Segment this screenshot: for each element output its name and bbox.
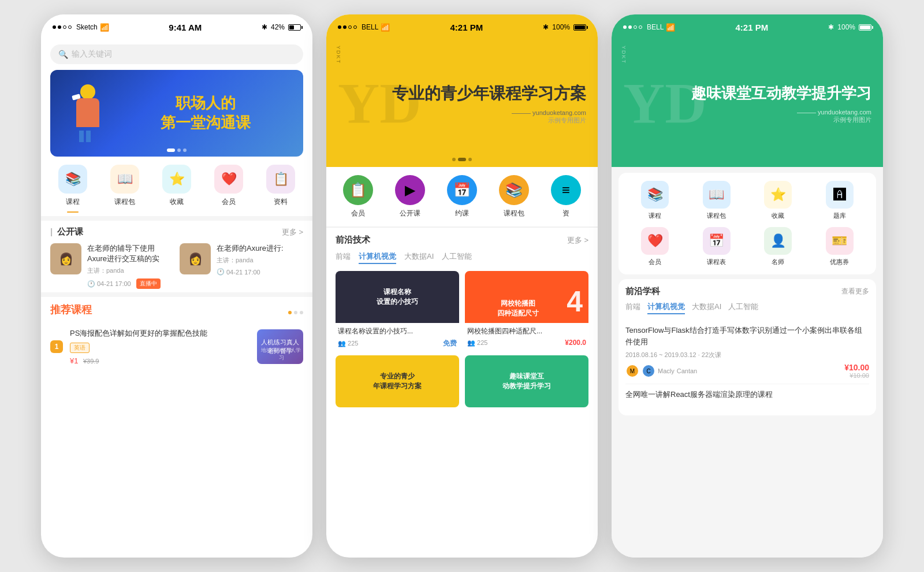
tech-more[interactable]: 更多 > xyxy=(567,235,588,246)
banner-dot-3 xyxy=(183,148,187,152)
course-thumb-title-3: 专业的青少年课程学习方案 xyxy=(373,372,422,391)
battery-icon-2 xyxy=(573,24,586,31)
card-info-2: 在老师的Axure进行: 主讲：panda 🕐 04-21 17:00 xyxy=(217,243,303,276)
cat2-pkg-icon: 📚 xyxy=(499,175,529,205)
phone-1: Sketch 📶 9:41 AM ✱ 42% 🔍 输入关键词 xyxy=(41,14,312,558)
dot4 xyxy=(68,25,72,29)
cat2-res-icon: ≡ xyxy=(551,175,581,205)
cutting-more[interactable]: 查看更多 xyxy=(841,287,869,296)
rec-card[interactable]: 1 PS海报配色详解如何更好的掌握配色技能 英语 ¥1 ¥39.9 人机练习真人… xyxy=(50,328,303,365)
cat2-pkg-label: 课程包 xyxy=(504,209,524,218)
cat3-member-label: 会员 xyxy=(649,258,661,266)
bluetooth-icon-2: ✱ xyxy=(543,23,549,31)
cat2-open[interactable]: ▶ 公开课 xyxy=(395,175,425,218)
carrier-1: Sketch xyxy=(76,23,98,31)
clock-icon-2: 🕐 xyxy=(217,268,225,276)
cat2-member[interactable]: 📋 会员 xyxy=(343,175,373,218)
course-views-2: 👥 225 xyxy=(467,339,487,347)
cat3-quiz-label: 题库 xyxy=(833,211,846,220)
carrier-3: BELL xyxy=(647,23,664,31)
banner3-ydkt: YDKT xyxy=(621,46,627,64)
course-thumb-1[interactable]: 课程名称设置的小技巧 课程名称设置的小技巧... 👥 225 免费 xyxy=(336,271,459,350)
tech-section-header: 前沿技术 更多 > xyxy=(336,235,588,246)
course-thumb-2[interactable]: 网校轮播图四种适配尺寸 4 网校轮播图四种适配尺... 👥 225 ¥200.0 xyxy=(465,271,588,350)
cat2-book[interactable]: 📅 约课 xyxy=(447,175,477,218)
course3-avatars-1: M C Macly Cantan xyxy=(625,364,697,378)
course-thumb-img-1: 课程名称设置的小技巧 xyxy=(336,271,459,323)
public-course-section: | 公开课 更多 > 👩 在老师的辅导下使用Axure进行交互稿的实 主讲：pa… xyxy=(41,221,312,292)
cat-package-label: 课程包 xyxy=(114,197,135,207)
tab-cv[interactable]: 计算机视觉 xyxy=(359,251,396,264)
card-title-2: 在老师的Axure进行: xyxy=(217,243,303,254)
cat3-member[interactable]: ❤️ 会员 xyxy=(641,227,669,266)
card-time-1: 🕐 04-21 17:00 直播中 xyxy=(87,278,174,289)
course-card-1[interactable]: 👩 在老师的辅导下使用Axure进行交互稿的实 主讲：panda 🕐 04-21… xyxy=(50,243,174,289)
search-placeholder: 输入关键词 xyxy=(72,49,112,60)
cat3-coupon[interactable]: 🎫 优惠券 xyxy=(826,227,854,266)
rec-title: PS海报配色详解如何更好的掌握配色技能 xyxy=(70,328,250,339)
phone3-content: YDKT YD 趣味课堂互动教学提升学习 ——— yunduoketang.co… xyxy=(612,40,883,558)
course-card-2[interactable]: 👩 在老师的Axure进行: 主讲：panda 🕐 04-21 17:00 xyxy=(180,243,303,289)
phone2-content: YDKT YD 专业的青少年课程学习方案 ——— yunduoketang.co… xyxy=(326,40,598,558)
cat3-quiz[interactable]: 🅰 题库 xyxy=(826,181,854,220)
cat-material[interactable]: 📋 资料 xyxy=(266,165,295,213)
cat3-schedule[interactable]: 📅 课程表 xyxy=(703,227,731,266)
banner3-site: ——— yunduoketang.com xyxy=(691,109,871,116)
cat2-res[interactable]: ≡ 资 xyxy=(551,175,581,218)
course3-title-2: 全网唯一讲解React服务器端渲染原理的课程 xyxy=(625,389,869,400)
cat3-schedule-icon: 📅 xyxy=(703,227,731,255)
cat-course[interactable]: 📚 课程 xyxy=(58,165,87,213)
status-bar-3: BELL 📶 4:21 PM ✱ 100% xyxy=(612,14,883,40)
rec-thumb-sub: 地域课· 86万人学习 xyxy=(259,347,303,362)
banner-dot-2 xyxy=(177,148,181,152)
time-3: 4:21 PM xyxy=(735,23,768,32)
course-thumb-4[interactable]: 趣味课堂互动教学提升学习 xyxy=(465,355,588,407)
cat-collect[interactable]: ⭐ 收藏 xyxy=(162,165,191,213)
cat-member[interactable]: ❤️ 会员 xyxy=(214,165,243,213)
cat3-teacher[interactable]: 👤 名师 xyxy=(764,227,792,266)
course3-price-old-1: ¥10.00 xyxy=(844,372,869,379)
cat3-pkg[interactable]: 📖 课程包 xyxy=(703,181,731,220)
tab3-cv[interactable]: 计算机视觉 xyxy=(647,302,685,314)
course-meta-1: 👥 225 免费 xyxy=(338,339,457,348)
rec-tag: 英语 xyxy=(70,343,90,353)
course3-meta-1: 2018.08.16 ~ 2019.03.12 · 22次课 xyxy=(625,351,869,359)
public-course-more[interactable]: 更多 > xyxy=(282,227,303,237)
tab3-ai[interactable]: 人工智能 xyxy=(728,302,758,314)
teacher-cantan: Cantan xyxy=(677,367,697,374)
status-bar-2: BELL 📶 4:21 PM ✱ 100% xyxy=(326,14,598,40)
battery-pct-2: 100% xyxy=(552,23,570,31)
signal-dots xyxy=(53,25,72,29)
cat3-teacher-icon: 👤 xyxy=(764,227,792,255)
tab3-bigdata[interactable]: 大数据AI xyxy=(692,302,721,314)
public-course-title: | 公开课 xyxy=(50,226,83,237)
section-bar: | xyxy=(50,226,53,236)
course3-item-1[interactable]: TensorFlow与Flask结合打造手写体数字识别通过一个小案例出串联各组件… xyxy=(625,320,869,384)
live-badge-1: 直播中 xyxy=(136,278,161,289)
status-right-1: ✱ 42% xyxy=(262,23,301,31)
categories-2: 📋 会员 ▶ 公开课 📅 约课 📚 课程包 ≡ 资 xyxy=(326,167,598,227)
cat2-member-icon: 📋 xyxy=(343,175,373,205)
course-title-1: 课程名称设置的小技巧... xyxy=(338,326,457,336)
search-bar[interactable]: 🔍 输入关键词 xyxy=(50,44,303,64)
banner3-logo: YD xyxy=(623,75,706,132)
course-thumb-title-1: 课程名称设置的小技巧 xyxy=(377,287,418,307)
course-thumb-3[interactable]: 专业的青少年课程学习方案 xyxy=(336,355,459,407)
banner-2: YDKT YD 专业的青少年课程学习方案 ——— yunduoketang.co… xyxy=(326,40,598,167)
cat-material-icon: 📋 xyxy=(266,165,295,194)
tab3-frontend[interactable]: 前端 xyxy=(625,302,640,314)
cat3-collect[interactable]: ⭐ 收藏 xyxy=(764,181,792,220)
course3-item-2[interactable]: 全网唯一讲解React服务器端渲染原理的课程 xyxy=(625,384,869,408)
banner3-watermark: 示例专用图片 xyxy=(691,116,871,124)
categories-1: 📚 课程 📖 课程包 ⭐ 收藏 ❤️ 会员 📋 资料 xyxy=(41,157,312,216)
battery-icon-3 xyxy=(859,24,871,31)
tab-bigdata[interactable]: 大数据AI xyxy=(404,251,434,264)
rec-price-row: ¥1 ¥39.9 xyxy=(70,355,250,366)
cat2-pkg[interactable]: 📚 课程包 xyxy=(499,175,529,218)
banner-pagination xyxy=(167,148,187,152)
dot2-2 xyxy=(343,25,346,29)
cat3-course[interactable]: 📚 课程 xyxy=(641,181,669,220)
tab-frontend[interactable]: 前端 xyxy=(336,251,351,264)
cat-package[interactable]: 📖 课程包 xyxy=(110,165,139,213)
tab-ai[interactable]: 人工智能 xyxy=(442,251,472,264)
